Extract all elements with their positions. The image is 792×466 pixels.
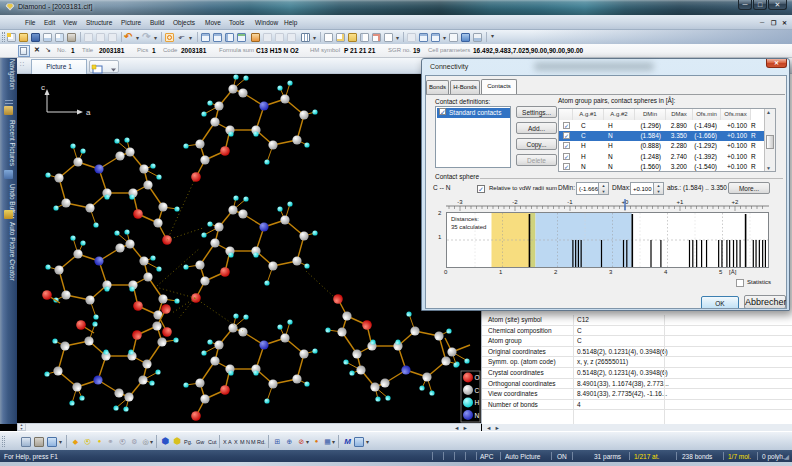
svg-text:+2: +2 [732,199,740,205]
svg-text:c: c [41,83,45,92]
svg-text:-1: -1 [567,199,573,205]
svg-text:H: H [475,399,480,406]
svg-text:-3: -3 [457,199,463,205]
svg-text:-2: -2 [512,199,518,205]
svg-text:N: N [475,412,480,419]
svg-text:O: O [475,374,480,381]
svg-text:a: a [86,108,91,117]
svg-text:+1: +1 [677,199,685,205]
svg-text:C: C [475,387,480,394]
